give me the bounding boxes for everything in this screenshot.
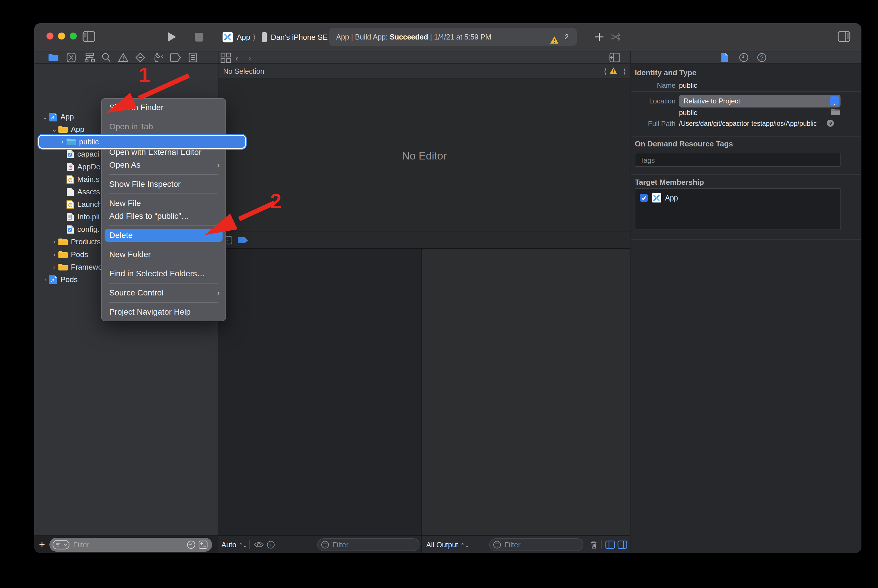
- related-items-icon[interactable]: [220, 52, 231, 64]
- breakpoint-navigator-icon[interactable]: [170, 53, 181, 63]
- menu-item-new-folder[interactable]: New Folder: [102, 248, 225, 261]
- tree-row-label[interactable]: Info.pli: [77, 212, 100, 221]
- activity-status: App | Build App: Succeeded | 1/4/21 at 5…: [329, 28, 577, 46]
- location-dropdown[interactable]: Relative to Project ⌃⌄: [679, 95, 840, 108]
- variables-filter-field[interactable]: Filter: [317, 538, 420, 551]
- tree-row-label[interactable]: config.: [77, 225, 100, 234]
- tags-field[interactable]: Tags: [635, 153, 840, 167]
- run-button[interactable]: [167, 32, 177, 42]
- report-navigator-icon[interactable]: [188, 52, 198, 64]
- submenu-chevron-icon: ›: [217, 159, 220, 171]
- jump-bar-text[interactable]: No Selection: [223, 64, 264, 78]
- warning-count[interactable]: 2: [565, 28, 569, 46]
- chevron-right-icon[interactable]: ›: [41, 276, 49, 284]
- tree-row-label[interactable]: Launch: [77, 200, 102, 209]
- file-inspector-icon[interactable]: [720, 52, 729, 64]
- console-scope-select[interactable]: All Output ⌃⌄: [426, 536, 469, 553]
- add-file-button[interactable]: +: [39, 540, 45, 550]
- forward-navigation-icon[interactable]: ›: [248, 52, 251, 63]
- chevron-down-icon[interactable]: ⌄: [51, 126, 58, 134]
- issue-navigator-icon[interactable]: [118, 52, 129, 64]
- toggle-console-view-icon[interactable]: [617, 540, 627, 549]
- tree-row-label[interactable]: Pods: [60, 275, 78, 284]
- tree-row-label[interactable]: App: [71, 125, 84, 134]
- divider: [631, 239, 861, 240]
- add-editor-icon[interactable]: [609, 52, 621, 64]
- context-menu: Show in Finder Open in Tab Open in New W…: [101, 98, 226, 321]
- toggle-variables-view-icon[interactable]: [605, 540, 615, 549]
- menu-item-find-in-selected-folders[interactable]: Find in Selected Folders…: [102, 267, 225, 280]
- scheme-name[interactable]: App: [237, 23, 250, 51]
- menu-item-delete[interactable]: Delete: [105, 229, 222, 242]
- project-navigator-icon[interactable]: [48, 53, 59, 63]
- tree-row-label[interactable]: capaci: [77, 150, 99, 159]
- quick-help-inspector-icon[interactable]: ?: [756, 52, 767, 64]
- navigator-filter-bar: + Filter: [34, 536, 218, 553]
- menu-separator: [102, 190, 225, 197]
- info-icon[interactable]: i: [267, 541, 275, 549]
- scm-status-filter-icon[interactable]: [198, 540, 208, 549]
- tree-row-label[interactable]: Main.s: [77, 175, 100, 184]
- chevron-right-icon[interactable]: ›: [59, 138, 66, 146]
- warning-triangle-icon[interactable]: [550, 33, 559, 51]
- debug-panel-divider[interactable]: [421, 249, 422, 553]
- history-inspector-icon[interactable]: [738, 52, 749, 64]
- tags-placeholder: Tags: [640, 156, 655, 164]
- json-file-icon: [66, 150, 74, 159]
- navigator-filter-field[interactable]: Filter: [50, 538, 212, 552]
- run-destination[interactable]: Dan's iPhone SE: [271, 23, 328, 51]
- app-scheme-icon[interactable]: [222, 32, 233, 44]
- menu-item-add-files[interactable]: Add Files to “public”…: [102, 210, 225, 222]
- menu-separator: [102, 299, 225, 306]
- test-navigator-icon[interactable]: [135, 52, 146, 64]
- minimize-window-button[interactable]: [58, 33, 65, 39]
- find-navigator-icon[interactable]: [101, 52, 111, 64]
- close-window-button[interactable]: [47, 33, 54, 39]
- tree-row-label[interactable]: Framewo: [71, 262, 102, 272]
- membership-row[interactable]: App: [639, 193, 678, 203]
- tree-row-label[interactable]: App: [60, 112, 74, 122]
- source-control-navigator-icon[interactable]: [66, 52, 76, 64]
- choose-folder-icon[interactable]: [830, 108, 840, 116]
- menu-item-project-navigator-help[interactable]: Project Navigator Help: [102, 306, 225, 318]
- debug-navigator-icon[interactable]: [152, 52, 164, 64]
- zoom-window-button[interactable]: [70, 33, 77, 39]
- menu-item-open-in-tab: Open in Tab: [102, 120, 225, 133]
- tree-row-label[interactable]: Pods: [71, 250, 88, 259]
- target-membership-list: App: [635, 188, 840, 230]
- console-view[interactable]: [422, 249, 630, 536]
- add-toolbar-icon[interactable]: [594, 32, 604, 42]
- trash-icon[interactable]: [590, 540, 597, 549]
- tree-row-label[interactable]: Products: [71, 237, 101, 246]
- menu-item-open-as[interactable]: Open As›: [102, 159, 225, 171]
- menu-item-new-file[interactable]: New File: [102, 197, 225, 210]
- toggle-inspector-icon[interactable]: [837, 31, 850, 42]
- quicklook-eye-icon[interactable]: [254, 541, 264, 549]
- open-path-arrow-icon[interactable]: [826, 119, 834, 127]
- tree-row-label[interactable]: public: [79, 137, 99, 146]
- menu-item-show-in-finder[interactable]: Show in Finder: [102, 101, 225, 114]
- stop-button[interactable]: [194, 33, 204, 42]
- chevron-right-icon[interactable]: ›: [51, 251, 58, 258]
- tree-row-label[interactable]: AppDe: [77, 162, 101, 171]
- back-navigation-icon[interactable]: ‹: [235, 52, 239, 63]
- symbol-navigator-icon[interactable]: [84, 52, 95, 64]
- menu-item-show-file-inspector[interactable]: Show File Inspector: [102, 178, 225, 190]
- menu-item-source-control[interactable]: Source Control›: [102, 286, 225, 299]
- variables-scope-select[interactable]: Auto ⌃⌄: [221, 536, 247, 553]
- chevron-down-icon[interactable]: ⌄: [41, 113, 49, 121]
- checkbox-checked-icon[interactable]: [639, 194, 648, 202]
- console-filter-field[interactable]: Filter: [489, 538, 584, 551]
- jump-bar-warning-icon[interactable]: [609, 67, 617, 76]
- next-issue-icon[interactable]: ⟩: [623, 66, 626, 76]
- editor-swap-icon[interactable]: [610, 33, 624, 41]
- tree-row-label[interactable]: Assets: [77, 188, 100, 196]
- chevron-right-icon[interactable]: ›: [51, 238, 58, 246]
- name-value[interactable]: public: [679, 81, 697, 90]
- toggle-navigator-icon[interactable]: [83, 31, 95, 42]
- prev-issue-icon[interactable]: ⟨: [604, 66, 607, 76]
- tree-row-public[interactable]: › public: [34, 136, 218, 148]
- recents-clock-icon[interactable]: [186, 540, 196, 549]
- breakpoints-toggle-icon[interactable]: [237, 237, 249, 245]
- chevron-right-icon[interactable]: ›: [51, 264, 58, 271]
